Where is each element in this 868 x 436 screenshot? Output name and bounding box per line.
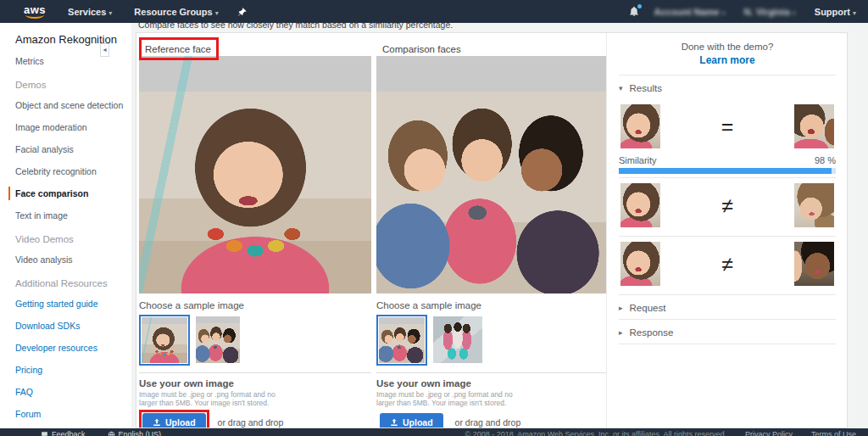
upload-constraints: Image must be .jpeg or .png format and n… <box>139 390 371 407</box>
constraints-line-2: larger than 5MB. Your image isn't stored… <box>376 399 506 407</box>
sidebar-link-faq[interactable]: FAQ <box>15 385 131 399</box>
sidebar-item-video-analysis[interactable]: Video analysis <box>15 253 131 266</box>
sidebar-item-celebrity-recognition[interactable]: Celebrity recognition <box>15 165 131 178</box>
not-equals-icon: ≠ <box>721 193 733 218</box>
aws-logo[interactable]: aws <box>24 5 46 19</box>
comparison-label-row: Comparison faces <box>376 37 606 56</box>
sidebar-link-developer-resources[interactable]: Developer resources <box>15 341 131 355</box>
terms-of-use-link[interactable]: Terms of Use <box>811 430 856 436</box>
choose-sample-label: Choose a sample image <box>139 300 371 310</box>
request-section-header[interactable]: ▸ Request <box>619 295 836 319</box>
divider <box>376 372 606 373</box>
reference-column: Reference face Choose a sample image Use… <box>139 37 371 428</box>
annotation-box-reference-face: Reference face <box>139 37 219 60</box>
privacy-policy-link[interactable]: Privacy Policy <box>745 430 793 436</box>
sidebar-section-video-demos: Video Demos <box>15 234 131 244</box>
response-header-label: Response <box>630 327 674 338</box>
similarity-progress-bar <box>619 168 836 174</box>
results-section-header[interactable]: ▾ Results <box>619 75 836 99</box>
sidebar-item-image-moderation[interactable]: Image moderation <box>15 120 131 134</box>
sidebar-link-download-sdks[interactable]: Download SDKs <box>15 319 131 333</box>
result-1-reference-face <box>620 104 660 148</box>
caret-right-icon: ▸ <box>619 304 623 312</box>
nav-services-label: Services <box>68 7 106 17</box>
nav-right-group: Account Name▾ N. Virginia▾ Support▾ <box>629 6 856 17</box>
similarity-value: 98 % <box>815 155 836 165</box>
caret-right-icon: ▸ <box>619 328 623 337</box>
region-name-redacted: N. Virginia <box>744 7 790 17</box>
sidebar-section-additional-resources: Additional Resources <box>15 278 131 288</box>
use-own-image-label: Use your own image <box>376 378 606 388</box>
choose-sample-label: Choose a sample image <box>376 300 606 310</box>
reference-sample-1-image <box>142 317 187 363</box>
sidebar-link-pricing[interactable]: Pricing <box>15 363 131 377</box>
comparison-sample-2[interactable] <box>433 316 482 363</box>
aws-logo-text: aws <box>24 5 46 14</box>
result-row-1: = <box>619 99 836 154</box>
reference-upload-row: Upload or drag and drop <box>139 410 371 428</box>
upload-button-label: Upload <box>403 417 433 428</box>
comparison-sample-1-selected[interactable] <box>376 315 427 366</box>
reference-sample-2[interactable] <box>196 316 240 363</box>
chevron-down-icon: ▾ <box>108 9 112 17</box>
constraints-line-1: Image must be .jpeg or .png format and n… <box>139 390 275 399</box>
results-column: Done with the demo? Learn more ▾ Results… <box>606 33 848 428</box>
sidebar-title[interactable]: Amazon Rekognition <box>15 33 131 46</box>
comparison-faces-label: Comparison faces <box>382 44 461 54</box>
sidebar-item-text-in-image[interactable]: Text in image <box>15 209 131 222</box>
reference-sample-1-selected[interactable] <box>139 315 190 366</box>
response-section-header[interactable]: ▸ Response <box>619 320 836 344</box>
nav-region-menu[interactable]: N. Virginia▾ <box>744 7 796 17</box>
globe-icon <box>108 431 115 436</box>
sidebar-item-facial-analysis[interactable]: Facial analysis <box>15 143 131 156</box>
nav-resource-groups-menu[interactable]: Resource Groups▾ <box>134 7 218 17</box>
comparison-upload-row: Upload or drag and drop <box>376 410 606 428</box>
comparison-column: Comparison faces Choose a sample image U… <box>376 37 606 428</box>
divider <box>619 344 836 344</box>
comparison-label-wrap: Comparison faces <box>376 37 469 60</box>
feedback-link[interactable]: Feedback <box>41 430 86 436</box>
support-label: Support <box>815 7 850 17</box>
pushpin-icon[interactable] <box>237 7 247 17</box>
nav-account-menu[interactable]: Account Name▾ <box>654 7 726 17</box>
upload-constraints: Image must be .jpeg or .png format and n… <box>376 390 606 407</box>
sidebar-link-getting-started[interactable]: Getting started guide <box>15 297 131 310</box>
comparison-upload-button[interactable]: Upload <box>380 413 443 428</box>
notification-dot <box>637 4 642 8</box>
aws-logo-smile <box>25 14 44 19</box>
result-3-reference-face <box>620 242 660 286</box>
comparison-upload-wrap: Upload <box>376 410 447 428</box>
sidebar-link-forum[interactable]: Forum <box>15 407 131 421</box>
result-2-reference-face <box>620 183 660 227</box>
caret-down-icon: ▾ <box>619 84 623 92</box>
chevron-down-icon: ▾ <box>215 9 219 17</box>
reference-photo <box>139 56 371 293</box>
nav-support-menu[interactable]: Support▾ <box>815 7 856 17</box>
constraints-line-1: Image must be .jpeg or .png format and n… <box>376 390 513 399</box>
reference-upload-button[interactable]: Upload <box>142 413 206 428</box>
result-row-2: ≠ <box>619 178 836 232</box>
sidebar-item-metrics[interactable]: Metrics <box>15 54 131 68</box>
sidebar: Amazon Rekognition Metrics Demos Object … <box>0 23 131 428</box>
reference-sample-thumbnails <box>139 315 371 366</box>
reference-label-row: Reference face <box>139 37 371 56</box>
face-comparison-panel: Reference face Choose a sample image Use… <box>136 32 848 428</box>
comparison-photo <box>376 56 606 293</box>
language-selector[interactable]: English (US) <box>108 430 162 436</box>
equals-icon: = <box>721 115 734 139</box>
similarity-row: Similarity 98 % <box>619 155 836 165</box>
chevron-down-icon: ▾ <box>853 9 856 17</box>
learn-more-link[interactable]: Learn more <box>619 54 836 66</box>
request-header-label: Request <box>630 303 666 313</box>
divider <box>139 372 371 373</box>
sidebar-item-face-comparison[interactable]: Face comparison <box>8 187 131 200</box>
constraints-line-2: larger than 5MB. Your image isn't stored… <box>139 399 269 407</box>
done-with-demo-text: Done with the demo? <box>619 42 836 52</box>
copyright-text: © 2008 - 2018, Amazon Web Services, Inc.… <box>465 430 726 436</box>
similarity-progress-fill <box>619 168 832 174</box>
notifications-bell-icon[interactable] <box>629 6 639 17</box>
nav-services-menu[interactable]: Services▾ <box>68 7 112 17</box>
upload-icon <box>390 418 398 427</box>
sidebar-item-object-scene-detection[interactable]: Object and scene detection <box>15 98 131 112</box>
sidebar-collapse-icon[interactable]: ◂ <box>100 43 109 57</box>
